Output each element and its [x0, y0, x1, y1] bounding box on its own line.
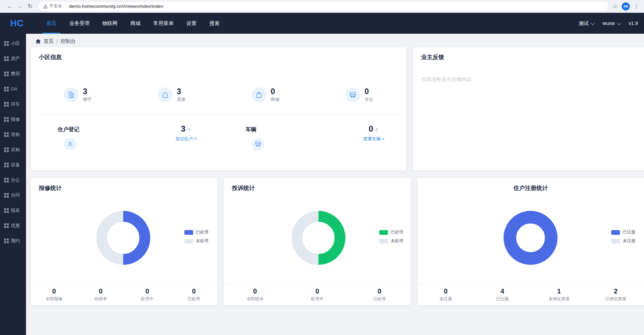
sidebar-item-appointment[interactable]: 预约 [0, 233, 26, 248]
chart-footer-stats: 0全部报修 0待派单 0处理中 0已处理 [31, 284, 217, 305]
community-stats-row: 3 楼宇 3 房屋 0 商铺 [31, 79, 406, 110]
sidebar-item-inspection[interactable]: 巡检 [0, 127, 26, 142]
security-label: 不安全 [49, 3, 62, 9]
main-menu: 首页 业务受理 物联网 商城 常用菜单 设置 搜索 [40, 13, 226, 34]
nav-item-iot[interactable]: 物联网 [96, 13, 124, 34]
breadcrumb: 首页 / 控制台 [26, 34, 644, 49]
stat-buildings: 3 楼宇 [31, 79, 125, 110]
sidebar-item-parking[interactable]: 停车 [0, 96, 26, 112]
org-dropdown[interactable]: 测试 [579, 20, 594, 27]
stat-parking-spaces: 0 车位 [312, 79, 406, 110]
grid-icon [4, 208, 9, 213]
grid-icon [4, 147, 9, 152]
address-bar[interactable]: 不安全 demo.homecommunity.cn/#/views/index/… [38, 2, 609, 11]
chevron-down-icon [617, 21, 621, 25]
top-navbar: HC 首页 业务受理 物联网 商城 常用菜单 设置 搜索 测试 wuxw v1.… [0, 13, 644, 34]
card-title: 业主反馈 [421, 53, 444, 61]
back-button[interactable]: ← [5, 1, 15, 11]
footer-stat: 4已注册 [474, 288, 531, 302]
chart-title: 投诉统计 [232, 184, 255, 192]
legend-swatch [611, 230, 620, 235]
bus-icon [349, 91, 357, 99]
reload-button[interactable]: ↻ [25, 1, 35, 11]
repair-stats-card: 报修统计 已处理 未处理 0全部报修 0待派单 0处理中 0已处理 [31, 178, 217, 305]
app-logo[interactable]: HC [10, 18, 24, 29]
bookmark-star-icon[interactable]: ☆ [613, 3, 618, 10]
chart-legend: 已处理 未处理 [379, 229, 404, 244]
chart-footer-stats: 0全部投诉 0处理中 0已处理 [224, 284, 411, 305]
nav-item-search[interactable]: 搜索 [203, 13, 226, 34]
footer-stat: 0处理中 [286, 288, 348, 302]
chart-footer-stats: 0未注册 4已注册 1未绑定房屋 2已绑定房屋 [417, 284, 644, 305]
footer-stat: 0已处理 [171, 288, 217, 302]
grid-icon [4, 163, 9, 167]
sidebar-item-office[interactable]: 办公 [0, 172, 26, 188]
legend-swatch [379, 230, 388, 235]
sidebar-item-fees[interactable]: 费用 [0, 66, 26, 81]
resident-register-section: 住户登记 3个 登记住户 > [31, 114, 218, 170]
browser-menu-icon[interactable]: ⋮ [634, 3, 639, 9]
view-vehicles-link[interactable]: 查看车辆 > [363, 136, 384, 142]
vehicle-section: 车辆 0个 查看车辆 > [218, 114, 406, 170]
breadcrumb-home[interactable]: 首页 [44, 38, 54, 45]
nav-item-settings[interactable]: 设置 [180, 13, 203, 34]
user-dropdown[interactable]: wuxw [602, 21, 620, 26]
browser-profile-avatar[interactable]: xw [622, 2, 630, 10]
chart-legend: 已处理 未处理 [184, 229, 209, 244]
chevron-down-icon [591, 21, 595, 25]
legend-item-unregistered[interactable]: 未注册 [611, 238, 636, 244]
grid-icon [4, 132, 9, 137]
chart-legend: 已注册 未注册 [611, 229, 636, 244]
main-content: 首页 / 控制台 小区信息 3 楼宇 3 房屋 [26, 34, 644, 335]
nav-item-home[interactable]: 首页 [40, 13, 63, 34]
sidebar-item-repair[interactable]: 报修 [0, 112, 26, 127]
owner-feedback-card: 业主反馈 当前没有业主反馈内容 [413, 47, 644, 170]
nav-item-common-menu[interactable]: 常用菜单 [147, 13, 180, 34]
legend-swatch [611, 239, 620, 244]
person-icon [67, 141, 74, 147]
sidebar-item-contract[interactable]: 合同 [0, 188, 26, 203]
sidebar-item-purchase[interactable]: 采购 [0, 142, 26, 157]
footer-stat: 0待派单 [77, 288, 124, 302]
nav-item-mall[interactable]: 商城 [124, 13, 147, 34]
version-label: v1.9 [629, 21, 638, 26]
sidebar-item-discount[interactable]: 优惠 [0, 218, 26, 233]
footer-stat: 0全部投诉 [224, 288, 286, 302]
grid-icon [4, 239, 9, 243]
grid-icon [4, 193, 9, 198]
nav-item-business[interactable]: 业务受理 [63, 13, 96, 34]
stat-houses: 3 房屋 [125, 79, 218, 110]
section-title: 住户登记 [58, 126, 79, 133]
footer-stat: 0已处理 [349, 288, 411, 302]
card-title: 小区信息 [39, 53, 62, 61]
stat-shops: 0 商铺 [218, 79, 312, 110]
footer-stat: 0全部报修 [31, 288, 77, 302]
sidebar-item-property[interactable]: 房产 [0, 51, 26, 66]
section-title: 车辆 [246, 126, 256, 133]
footer-stat: 2已绑定房屋 [587, 288, 644, 302]
repair-donut-chart [95, 209, 152, 267]
sidebar-item-report[interactable]: 报表 [0, 203, 26, 218]
grid-icon [4, 72, 9, 76]
legend-item-processed[interactable]: 已处理 [379, 229, 404, 235]
complaint-donut-chart [290, 209, 347, 267]
legend-item-unprocessed[interactable]: 未处理 [184, 238, 209, 244]
shop-bag-icon [255, 91, 263, 99]
legend-item-registered[interactable]: 已注册 [611, 229, 636, 235]
grid-icon [4, 117, 9, 122]
sidebar-item-oa[interactable]: OA [0, 81, 26, 96]
url-text: demo.homecommunity.cn/#/views/index/inde… [69, 4, 163, 9]
sidebar-item-equipment[interactable]: 设备 [0, 157, 26, 172]
chart-title: 住户注册统计 [417, 184, 644, 192]
footer-stat: 0处理中 [124, 288, 171, 302]
forward-button[interactable]: → [15, 1, 25, 11]
complaint-stats-card: 投诉统计 已处理 未处理 0全部投诉 0处理中 0已处理 [224, 178, 411, 305]
house-icon [161, 91, 169, 99]
sidebar-item-community[interactable]: 小区 [0, 36, 26, 51]
site-security-chip[interactable]: 不安全 [43, 3, 66, 9]
register-resident-link[interactable]: 登记住户 > [175, 136, 197, 142]
sidebar: 小区 房产 费用 OA 停车 报修 巡检 采购 设备 办公 合同 报表 优惠 预… [0, 34, 26, 335]
legend-item-unprocessed[interactable]: 未处理 [379, 238, 404, 244]
legend-item-processed[interactable]: 已处理 [184, 229, 209, 235]
footer-stat: 0未注册 [417, 288, 474, 302]
